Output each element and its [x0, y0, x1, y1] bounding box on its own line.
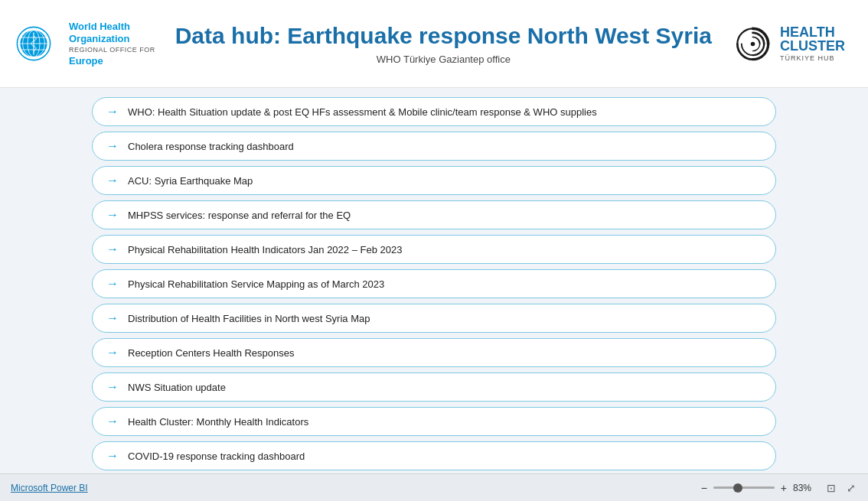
list-item[interactable]: →Health Cluster: Monthly Health Indicato… [92, 407, 776, 436]
fit-page-button[interactable]: ⊡ [825, 480, 837, 496]
arrow-right-icon: → [106, 174, 119, 187]
zoom-percent: 83% [793, 483, 817, 493]
zoom-controls: − + 83% [700, 483, 817, 493]
footer-right: − + 83% ⊡ ⤢ [700, 480, 857, 496]
list-item[interactable]: →Physical Rehabilitation Service Mapping… [92, 269, 776, 298]
header-center: Data hub: Earthquake response North West… [155, 22, 732, 65]
arrow-right-icon: → [106, 311, 119, 325]
header-left: World Health Organization REGIONAL OFFIC… [15, 21, 155, 67]
link-label: Health Cluster: Monthly Health Indicator… [128, 416, 308, 428]
link-label: Reception Centers Health Responses [128, 347, 295, 359]
arrow-right-icon: → [106, 105, 119, 119]
footer: Microsoft Power BI − + 83% ⊡ ⤢ [0, 473, 868, 501]
links-area: →WHO: Health Situation update & post EQ … [0, 88, 868, 473]
list-item[interactable]: →Cholera response tracking dashboard [92, 132, 776, 161]
who-text: World Health Organization REGIONAL OFFIC… [69, 21, 155, 67]
list-item[interactable]: →Reception Centers Health Responses [92, 338, 776, 367]
svg-point-8 [751, 41, 755, 46]
cluster-cluster-label: CLUSTER [780, 39, 845, 53]
cluster-health-label: HEALTH [780, 25, 835, 39]
cluster-turkiye-label: TÜRKIYE HUB [780, 54, 835, 62]
list-item[interactable]: →Distribution of Health Facilities in No… [92, 304, 776, 333]
fullscreen-button[interactable]: ⤢ [845, 480, 857, 496]
who-logo-icon [15, 25, 52, 62]
arrow-right-icon: → [106, 449, 119, 463]
header: World Health Organization REGIONAL OFFIC… [0, 0, 868, 88]
arrow-right-icon: → [106, 415, 119, 428]
link-label: Physical Rehabilitation Health Indicator… [128, 244, 402, 255]
list-item[interactable]: →MHPSS services: response and referral f… [92, 200, 776, 229]
list-item[interactable]: →COVID-19 response tracking dashboard [92, 441, 776, 470]
health-cluster-icon [732, 23, 774, 65]
arrow-right-icon: → [106, 208, 119, 222]
link-label: WHO: Health Situation update & post EQ H… [128, 106, 597, 118]
arrow-right-icon: → [106, 242, 119, 256]
link-label: Distribution of Health Facilities in Nor… [128, 313, 370, 324]
who-org-name2: Organization [69, 33, 155, 45]
health-cluster-logo: HEALTH CLUSTER TÜRKIYE HUB [732, 23, 845, 65]
footer-left: Microsoft Power BI [11, 483, 88, 493]
who-regional: REGIONAL OFFICE FOR [69, 46, 155, 54]
zoom-slider[interactable] [713, 486, 775, 489]
who-europe: Europe [69, 55, 155, 67]
list-item[interactable]: →NWS Situation update [92, 372, 776, 402]
link-label: NWS Situation update [128, 382, 226, 393]
header-right: HEALTH CLUSTER TÜRKIYE HUB [732, 23, 845, 65]
link-label: Physical Rehabilitation Service Mapping … [128, 278, 384, 290]
cluster-text: HEALTH CLUSTER TÜRKIYE HUB [780, 25, 845, 62]
link-label: Cholera response tracking dashboard [128, 141, 294, 152]
link-label: COVID-19 response tracking dashboard [128, 451, 305, 462]
powerbi-link[interactable]: Microsoft Power BI [11, 483, 88, 493]
zoom-out-button[interactable]: − [700, 483, 709, 493]
link-label: ACU: Syria Earthquake Map [128, 175, 253, 187]
link-label: MHPSS services: response and referral fo… [128, 210, 351, 221]
list-item[interactable]: →ACU: Syria Earthquake Map [92, 166, 776, 195]
zoom-in-button[interactable]: + [779, 483, 788, 493]
arrow-right-icon: → [106, 277, 119, 291]
main-content: World Health Organization REGIONAL OFFIC… [0, 0, 868, 473]
list-item[interactable]: →WHO: Health Situation update & post EQ … [92, 97, 776, 126]
arrow-right-icon: → [106, 380, 119, 394]
arrow-right-icon: → [106, 346, 119, 359]
list-item[interactable]: →Physical Rehabilitation Health Indicato… [92, 235, 776, 264]
page-title: Data hub: Earthquake response North West… [171, 22, 716, 50]
who-org-name: World Health [69, 21, 155, 33]
page-subtitle: WHO Türkiye Gaziantep office [171, 54, 716, 65]
arrow-right-icon: → [106, 139, 119, 153]
